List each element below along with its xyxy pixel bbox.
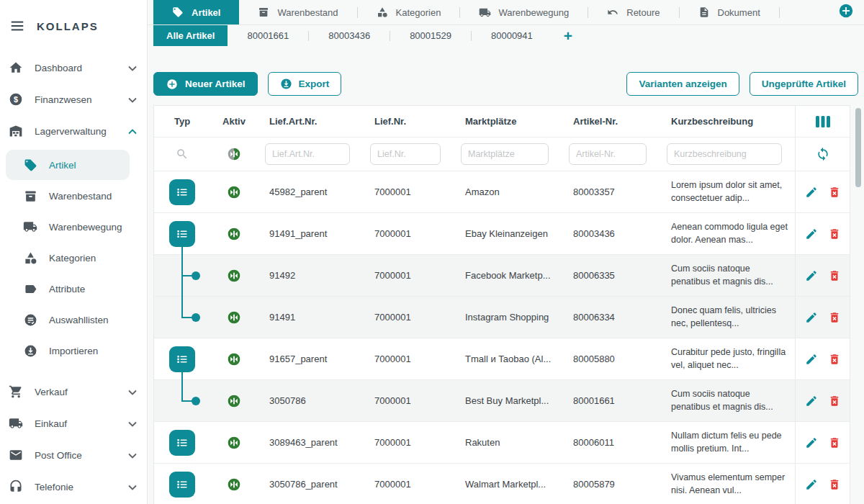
edit-icon[interactable] (805, 186, 818, 199)
sidebar-item-attribute[interactable]: Attribute (0, 274, 147, 304)
add-tab-button[interactable] (838, 3, 854, 22)
filter-lief-nr-input[interactable] (370, 143, 441, 165)
active-status-icon[interactable] (227, 394, 241, 408)
table-header-row: Typ Aktiv Lief.Art.Nr. Lief.Nr. Marktplä… (154, 106, 850, 138)
tab-divider (779, 7, 780, 18)
filter-artikel-nr-input[interactable] (569, 143, 647, 165)
table-row: 3050786_parent 7000001 Walmart Marketpl.… (154, 464, 850, 504)
subtab-80001529[interactable]: 80001529 (390, 25, 471, 46)
delete-icon[interactable] (828, 269, 841, 282)
filter-lief-art-nr-input[interactable] (265, 143, 350, 165)
filter-marktplaetze-input[interactable] (461, 143, 549, 165)
sidebar-item-verkauf[interactable]: Verkauf (0, 376, 147, 408)
vertical-scrollbar[interactable] (855, 108, 861, 187)
active-status-icon[interactable] (227, 477, 241, 492)
tab-warenbestand[interactable]: Warenbestand (239, 0, 356, 24)
tab-label: Retoure (626, 7, 660, 18)
edit-icon[interactable] (805, 436, 818, 449)
mail-icon (7, 446, 24, 464)
list-circle-icon (22, 311, 39, 328)
sidebar-item-dashboard[interactable]: Dashboard (0, 52, 147, 84)
menu-icon[interactable] (9, 17, 26, 35)
delete-icon[interactable] (828, 311, 841, 324)
delete-icon[interactable] (828, 186, 841, 199)
delete-icon[interactable] (828, 436, 841, 449)
add-subtab-button[interactable]: + (564, 28, 572, 43)
chevron-down-icon (128, 385, 137, 398)
column-header-marktplaetze[interactable]: Marktplätze (454, 106, 562, 137)
sidebar-item-finanzwesen[interactable]: $ Finanzwesen (0, 84, 147, 115)
tab-label: Kategorien (396, 7, 441, 18)
aktiv-cell (210, 380, 258, 421)
lief-art-nr-cell: 3050786 (258, 380, 363, 421)
edit-icon[interactable] (805, 353, 818, 366)
sidebar-item-auswahllisten[interactable]: Auswahllisten (0, 305, 147, 335)
article-type-button[interactable] (169, 179, 195, 205)
aktiv-cell (210, 255, 258, 296)
aktiv-cell (210, 338, 258, 379)
tab-artikel[interactable]: Artikel (153, 0, 239, 24)
column-header-aktiv[interactable]: Aktiv (210, 106, 258, 137)
aktiv-cell (210, 213, 258, 254)
active-status-icon[interactable] (227, 436, 241, 450)
article-type-button[interactable] (169, 221, 195, 247)
edit-icon[interactable] (805, 395, 818, 408)
delete-icon[interactable] (828, 478, 841, 491)
column-header-artikel-nr[interactable]: Artikel-Nr. (562, 106, 660, 137)
columns-icon[interactable] (815, 115, 831, 128)
tab-dokument[interactable]: Dokument (680, 0, 779, 24)
show-variants-button[interactable]: Varianten anzeigen (626, 72, 739, 96)
column-header-lief-art-nr[interactable]: Lief.Art.Nr. (258, 106, 363, 137)
article-type-button[interactable] (169, 346, 195, 372)
unchecked-articles-button[interactable]: Ungeprüfte Artikel (750, 72, 858, 96)
subtab-alle-artikel[interactable]: Alle Artikel (153, 25, 228, 46)
typ-cell (154, 213, 210, 254)
subtab-80001661[interactable]: 80001661 (228, 25, 308, 46)
tab-retoure[interactable]: Retoure (588, 0, 678, 24)
subtab-80003436[interactable]: 80003436 (309, 25, 390, 46)
active-status-icon[interactable] (227, 185, 241, 199)
sidebar-item-importieren[interactable]: Importieren (0, 336, 147, 366)
sidebar-item-einkauf[interactable]: Einkauf (0, 408, 147, 439)
delete-icon[interactable] (828, 395, 841, 408)
active-filter-toggle-icon[interactable] (227, 147, 241, 161)
column-header-kurzbeschreibung[interactable]: Kurzbeschreibung (660, 106, 795, 137)
active-status-icon[interactable] (227, 310, 241, 325)
sidebar-item-post-office[interactable]: Post Office (0, 439, 147, 471)
export-button[interactable]: Export (268, 72, 342, 96)
edit-icon[interactable] (805, 478, 818, 491)
column-header-lief-nr[interactable]: Lief.Nr. (363, 106, 454, 137)
sidebar-item-warenbewegung[interactable]: Warenbewegung (0, 212, 147, 242)
chevron-up-icon (128, 125, 137, 138)
subtab-80000941[interactable]: 80000941 (472, 25, 552, 46)
refresh-icon[interactable] (816, 147, 830, 161)
button-label: Varianten anzeigen (639, 78, 726, 89)
active-status-icon[interactable] (227, 352, 241, 366)
kurzbeschreibung-cell: Cum sociis natoque penatibus et magnis d… (660, 380, 795, 421)
article-type-button[interactable] (169, 430, 195, 456)
delete-icon[interactable] (828, 228, 841, 240)
sidebar-item-lagerverwaltung[interactable]: Lagerverwaltung (0, 115, 147, 147)
sidebar-item-kategorien[interactable]: Kategorien (0, 243, 147, 273)
lief-nr-cell: 7000001 (363, 213, 454, 254)
lief-nr-cell: 7000001 (363, 171, 454, 212)
edit-icon[interactable] (805, 311, 818, 324)
tab-kategorien[interactable]: Kategorien (358, 0, 460, 24)
active-status-icon[interactable] (227, 227, 241, 241)
column-header-typ[interactable]: Typ (154, 106, 210, 137)
sidebar-item-artikel[interactable]: Artikel (6, 150, 130, 180)
sidebar-item-telefonie[interactable]: Telefonie (0, 471, 147, 503)
edit-icon[interactable] (805, 269, 818, 282)
article-subtabbar: Alle Artikel 80001661 80003436 80001529 … (148, 25, 864, 46)
new-article-button[interactable]: Neuer Artikel (153, 72, 258, 96)
delete-icon[interactable] (828, 353, 841, 366)
tab-warenbewegung[interactable]: Warenbewegung (460, 0, 588, 24)
article-type-button[interactable] (169, 472, 195, 498)
filter-kurzbeschreibung-input[interactable] (667, 143, 782, 165)
edit-icon[interactable] (805, 228, 818, 240)
active-status-icon[interactable] (227, 269, 241, 283)
table-row: 3089463_parent 7000001 Rakuten 80006011 … (154, 422, 850, 464)
search-icon[interactable] (176, 148, 189, 161)
button-label: Neuer Artikel (185, 78, 246, 89)
sidebar-item-warenbestand[interactable]: Warenbestand (0, 181, 147, 211)
